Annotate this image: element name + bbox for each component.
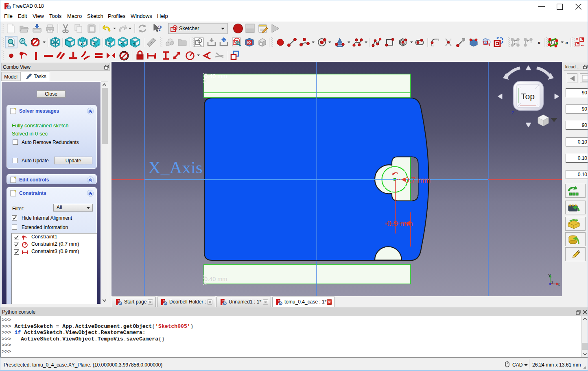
svg-text:z: z bbox=[551, 280, 553, 284]
svg-text:Y: Y bbox=[548, 273, 551, 277]
svg-text:x: x bbox=[558, 282, 560, 286]
svg-text:0.7 mm: 0.7 mm bbox=[405, 176, 431, 184]
svg-text:»: » bbox=[565, 39, 568, 46]
svg-text:»: » bbox=[538, 39, 540, 46]
svg-text:Sketcher: Sketcher bbox=[179, 26, 199, 31]
svg-text:0.40 mm: 0.40 mm bbox=[204, 73, 227, 79]
svg-text:z: z bbox=[511, 110, 514, 116]
svg-text:0.40 mm: 0.40 mm bbox=[204, 276, 227, 282]
svg-text:X_Axis: X_Axis bbox=[148, 158, 203, 177]
svg-text:?: ? bbox=[158, 24, 162, 33]
svg-text:-0.9 mm: -0.9 mm bbox=[385, 219, 413, 228]
svg-text:Top: Top bbox=[521, 92, 535, 101]
